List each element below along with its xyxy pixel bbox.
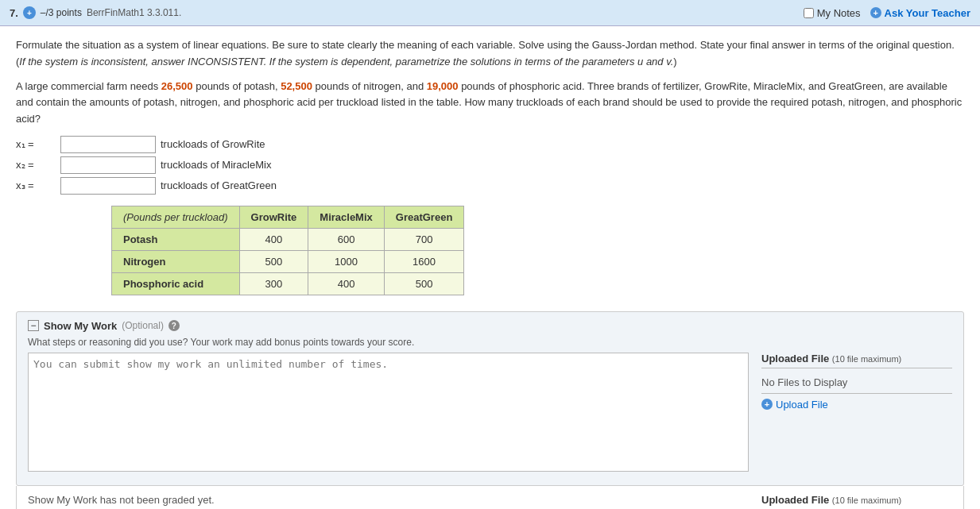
- table-cell-greatgreen: 500: [384, 272, 464, 295]
- x2-unit: truckloads of MiracleMix: [161, 159, 271, 171]
- my-notes-checkbox[interactable]: [804, 8, 814, 18]
- smw-file-panel: Uploaded File (10 file maximum) No Files…: [761, 353, 952, 474]
- phosphoric-amount: 19,000: [427, 80, 459, 92]
- x2-input[interactable]: [60, 156, 156, 174]
- table-row: Nitrogen 500 1000 1600: [112, 250, 464, 272]
- x2-row: x₂ = truckloads of MiracleMix: [16, 156, 964, 174]
- smw-title: Show My Work: [44, 320, 117, 332]
- grading-uploaded-file-header: Uploaded File (10 file maximum): [761, 494, 952, 509]
- x1-row: x₁ = truckloads of GrowRite: [16, 136, 964, 153]
- header-left: 7. + –/3 points BerrFinMath1 3.3.011.: [10, 6, 181, 19]
- table-header-growrite: GrowRite: [239, 206, 308, 228]
- smw-uploaded-file-header: Uploaded File (10 file maximum): [761, 353, 952, 368]
- table-cell-label: Nitrogen: [112, 250, 240, 272]
- table-cell-growrite: 400: [239, 228, 308, 250]
- table-header-col0: (Pounds per truckload): [112, 206, 240, 228]
- x2-label: x₂ =: [16, 159, 56, 171]
- upload-plus-icon: +: [761, 399, 773, 410]
- smw-hint-text: What steps or reasoning did you use? You…: [28, 337, 952, 348]
- body-text-1: A large commercial farm needs: [16, 80, 161, 92]
- table-cell-miraclemix: 1000: [308, 250, 384, 272]
- upload-file-label: Upload File: [776, 399, 828, 411]
- upload-file-button[interactable]: + Upload File: [761, 399, 952, 411]
- smw-collapse-icon[interactable]: −: [28, 320, 39, 331]
- smw-body: Uploaded File (10 file maximum) No Files…: [28, 353, 952, 474]
- table-cell-label: Potash: [112, 228, 240, 250]
- table-header-miraclemix: MiracleMix: [308, 206, 384, 228]
- smw-help-icon[interactable]: ?: [168, 320, 180, 331]
- nitrogen-amount: 52,500: [281, 80, 312, 92]
- x1-label: x₁ =: [16, 138, 56, 150]
- data-table-wrapper: (Pounds per truckload) GrowRite MiracleM…: [111, 206, 964, 295]
- smw-optional-label: (Optional): [122, 320, 164, 331]
- ask-teacher-button[interactable]: + Ask Your Teacher: [870, 7, 970, 19]
- grading-status-text: Show My Work has not been graded yet.: [28, 494, 215, 506]
- smw-no-files-text: No Files to Display: [761, 372, 952, 394]
- grading-right: Uploaded File (10 file maximum) No Files…: [761, 494, 952, 509]
- x3-unit: truckloads of GreatGreen: [161, 179, 277, 191]
- table-cell-miraclemix: 600: [308, 228, 384, 250]
- question-number: 7.: [10, 7, 18, 19]
- x1-input[interactable]: [60, 136, 156, 153]
- instruction-line1: Formulate the situation as a system of l…: [16, 39, 955, 51]
- table-cell-label: Phosphoric acid: [112, 272, 240, 295]
- table-cell-growrite: 500: [239, 250, 308, 272]
- grading-section: Show My Work has not been graded yet. Up…: [16, 486, 964, 509]
- smw-textarea-wrapper: [28, 353, 749, 474]
- header-bar: 7. + –/3 points BerrFinMath1 3.3.011. My…: [0, 0, 980, 26]
- x3-input[interactable]: [60, 177, 156, 195]
- instruction-text: Formulate the situation as a system of l…: [16, 37, 964, 71]
- table-header-greatgreen: GreatGreen: [384, 206, 464, 228]
- grading-status: Show My Work has not been graded yet.: [28, 494, 215, 506]
- header-right: My Notes + Ask Your Teacher: [804, 7, 970, 19]
- grading-file-max-label: (10 file maximum): [832, 496, 901, 505]
- potash-amount: 26,500: [161, 80, 193, 92]
- ask-teacher-label: Ask Your Teacher: [885, 7, 970, 19]
- table-cell-growrite: 300: [239, 272, 308, 295]
- body-text-3: pounds of nitrogen, and: [312, 80, 427, 92]
- instruction-line2: (If the system is inconsistent, answer I…: [16, 56, 677, 67]
- x3-label: x₃ =: [16, 179, 56, 191]
- table-cell-greatgreen: 1600: [384, 250, 464, 272]
- smw-header: − Show My Work (Optional) ?: [28, 320, 952, 332]
- table-row: Phosphoric acid 300 400 500: [112, 272, 464, 295]
- show-my-work-section: − Show My Work (Optional) ? What steps o…: [16, 311, 964, 486]
- points-icon: +: [23, 6, 36, 19]
- points-text: –/3 points: [41, 7, 82, 18]
- problem-body: A large commercial farm needs 26,500 pou…: [16, 79, 964, 128]
- ask-teacher-plus-icon: +: [870, 7, 881, 18]
- my-notes-label: My Notes: [817, 7, 861, 19]
- smw-file-max-label: (10 file maximum): [832, 354, 901, 364]
- table-cell-greatgreen: 700: [384, 228, 464, 250]
- x1-unit: truckloads of GrowRite: [161, 138, 265, 150]
- table-row: Potash 400 600 700: [112, 228, 464, 250]
- smw-textarea[interactable]: [28, 353, 749, 472]
- x3-row: x₃ = truckloads of GreatGreen: [16, 177, 964, 195]
- my-notes-button[interactable]: My Notes: [804, 7, 861, 19]
- assignment-id: BerrFinMath1 3.3.011.: [87, 7, 181, 18]
- main-content: Formulate the situation as a system of l…: [0, 26, 980, 509]
- fertilizer-table: (Pounds per truckload) GrowRite MiracleM…: [111, 206, 464, 295]
- table-cell-miraclemix: 400: [308, 272, 384, 295]
- body-text-2: pounds of potash,: [193, 80, 281, 92]
